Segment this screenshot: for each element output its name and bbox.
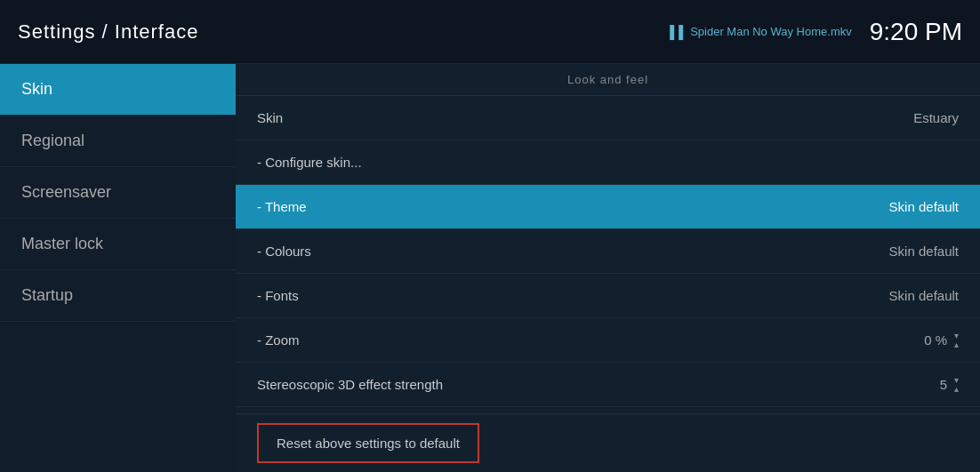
now-playing-title: Spider Man No Way Home.mkv [690, 25, 852, 38]
main-layout: Skin Regional Screensaver Master lock St… [0, 64, 980, 472]
content-area: Look and feel Skin Estuary - Configure s… [236, 64, 980, 472]
reset-section: Reset above settings to default [236, 413, 980, 472]
setting-label-skin: Skin [257, 110, 283, 125]
setting-value-fonts: Skin default [889, 288, 959, 303]
setting-label-stereoscopic: Stereoscopic 3D effect strength [257, 377, 443, 392]
settings-list: Skin Estuary - Configure skin... - Theme… [236, 96, 980, 413]
setting-value-zoom: 0 % ▾ ▴ [924, 332, 959, 349]
header-right: ▐▐ Spider Man No Way Home.mkv 9:20 PM [665, 18, 962, 46]
zoom-spinbox[interactable]: ▾ ▴ [954, 332, 959, 349]
now-playing: ▐▐ Spider Man No Way Home.mkv [665, 25, 851, 39]
setting-row-fonts[interactable]: - Fonts Skin default [236, 274, 980, 318]
sidebar-item-regional[interactable]: Regional [0, 116, 236, 167]
setting-label-zoom: - Zoom [257, 332, 300, 348]
setting-value-theme: Skin default [889, 199, 959, 214]
zoom-up-arrow[interactable]: ▴ [954, 340, 959, 349]
setting-row-theme[interactable]: - Theme Skin default [236, 185, 980, 229]
setting-label-fonts: - Fonts [257, 288, 299, 303]
setting-row-zoom[interactable]: - Zoom 0 % ▾ ▴ [236, 318, 980, 363]
section-header: Look and feel [236, 64, 980, 96]
setting-label-colours: - Colours [257, 244, 311, 259]
sidebar: Skin Regional Screensaver Master lock St… [0, 64, 236, 472]
header: Settings / Interface ▐▐ Spider Man No Wa… [0, 0, 980, 64]
page-title: Settings / Interface [18, 20, 198, 44]
zoom-down-arrow[interactable]: ▾ [954, 332, 959, 340]
setting-row-skin[interactable]: Skin Estuary [236, 96, 980, 140]
sidebar-item-skin[interactable]: Skin [0, 64, 236, 116]
stereoscopic-down-arrow[interactable]: ▾ [954, 376, 959, 385]
stereoscopic-spinbox[interactable]: ▾ ▴ [954, 376, 959, 394]
sidebar-item-startup[interactable]: Startup [0, 270, 236, 322]
sidebar-item-screensaver[interactable]: Screensaver [0, 167, 236, 219]
setting-value-stereoscopic: 5 ▾ ▴ [940, 376, 959, 394]
setting-value-skin: Estuary [913, 110, 959, 125]
stereoscopic-up-arrow[interactable]: ▴ [954, 385, 959, 394]
setting-value-colours: Skin default [889, 244, 959, 259]
play-icon: ▐▐ [665, 25, 683, 39]
sidebar-item-masterlock[interactable]: Master lock [0, 219, 236, 270]
setting-row-rss[interactable]: Show RSS news feeds [236, 407, 980, 413]
setting-row-configure-skin[interactable]: - Configure skin... [236, 140, 980, 185]
setting-row-colours[interactable]: - Colours Skin default [236, 229, 980, 274]
setting-label-configure-skin: - Configure skin... [257, 155, 362, 170]
clock: 9:20 PM [870, 18, 962, 46]
setting-label-theme: - Theme [257, 199, 307, 214]
setting-row-stereoscopic[interactable]: Stereoscopic 3D effect strength 5 ▾ ▴ [236, 363, 980, 407]
reset-button[interactable]: Reset above settings to default [257, 423, 479, 463]
